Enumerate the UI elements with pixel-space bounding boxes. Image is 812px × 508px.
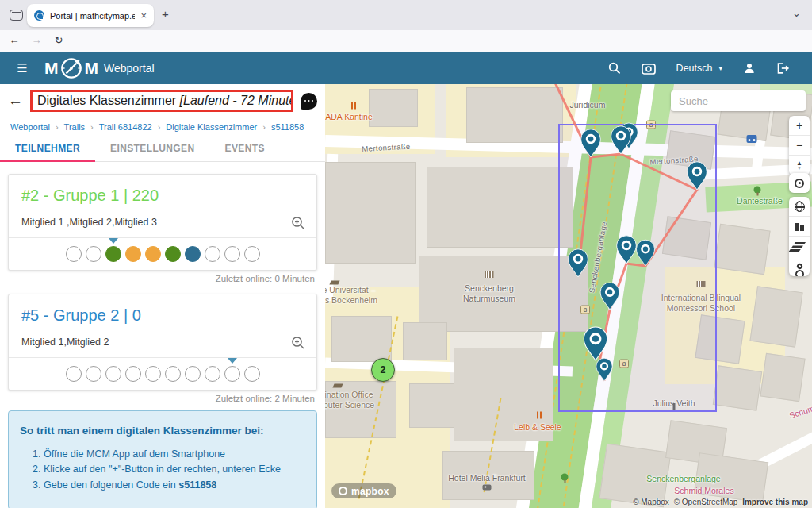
- buildings-button[interactable]: [789, 217, 810, 237]
- back-button[interactable]: ←: [8, 92, 23, 110]
- active-slot-pointer: [228, 358, 237, 364]
- group-members: Mitglied 1,Mitglied 2: [21, 337, 304, 348]
- attr-osm[interactable]: © OpenStreetMap: [674, 498, 738, 506]
- chat-bubble-icon[interactable]: [301, 93, 317, 110]
- instructions-heading: So tritt man einem digitalen Klassenzimm…: [20, 425, 305, 437]
- last-online-status: Zuletzt online: 0 Minuten: [8, 271, 317, 285]
- new-tab-button[interactable]: +: [162, 7, 169, 21]
- globe-button[interactable]: [789, 197, 810, 217]
- browser-toolbar: ← → ↻ ā ◎ https://mathcitymap.eu/de/port…: [0, 30, 812, 52]
- mapbox-logo-icon: [339, 487, 347, 495]
- member-slot: [244, 366, 260, 382]
- member-slot: [205, 246, 220, 262]
- link-button[interactable]: [789, 256, 810, 276]
- member-slot: [165, 246, 181, 262]
- member-slots: [9, 357, 316, 390]
- browser-tab-bar: Portal | mathcitymap.eu × + ⌄: [0, 0, 812, 30]
- zoom-in-button[interactable]: +: [789, 116, 810, 136]
- attr-improve-link[interactable]: Improve this map: [742, 498, 808, 506]
- language-selector[interactable]: Deutsch ▾: [676, 63, 722, 74]
- member-slot: [145, 366, 161, 382]
- group-title: #5 - Gruppe 2 | 0: [21, 306, 304, 325]
- member-slot: [66, 366, 82, 382]
- instruction-step: Klicke auf den "+"-Button in der rechten…: [44, 462, 305, 477]
- map-search-input[interactable]: [671, 90, 806, 111]
- map-control-group: +−▲▼: [789, 116, 810, 175]
- search-icon[interactable]: [608, 62, 621, 75]
- layers-icon: [793, 242, 805, 244]
- breadcrumb-webportal[interactable]: Webportal: [10, 122, 50, 132]
- member-slot: [185, 366, 201, 382]
- tab-teilnehmer[interactable]: TEILNEHMER: [0, 136, 95, 161]
- instruction-step: Öffne die MCM App auf dem Smartphone: [44, 447, 305, 462]
- breadcrumb-separator: ›: [56, 122, 59, 132]
- group-card[interactable]: #2 - Gruppe 1 | 220 Mitglied 1 ,Mitglied…: [8, 174, 317, 271]
- globe-icon: [795, 202, 805, 212]
- zoom-in-details-icon[interactable]: [291, 216, 305, 233]
- map-overlay: [325, 84, 812, 508]
- user-icon[interactable]: [743, 62, 756, 75]
- chevron-down-icon: ▾: [718, 64, 722, 72]
- buildings-icon: [795, 222, 805, 231]
- session-panel: ← Digitales Klassenzimmer [Laufend - 72 …: [0, 84, 325, 508]
- tab-events[interactable]: EVENTS: [210, 136, 280, 161]
- site-favicon-icon: [34, 10, 44, 21]
- active-slot-pointer: [109, 238, 118, 244]
- reload-icon[interactable]: ↻: [51, 34, 67, 46]
- back-nav-icon[interactable]: ←: [6, 34, 22, 46]
- mcm-logo[interactable]: M M Webportal: [44, 56, 155, 80]
- browser-tab-title: Portal | mathcitymap.eu: [50, 11, 135, 21]
- browser-window: Portal | mathcitymap.eu × + ⌄ ← → ↻ ā ◎ …: [0, 0, 812, 508]
- group-card[interactable]: #5 - Gruppe 2 | 0 Mitglied 1,Mitglied 2: [8, 294, 317, 391]
- group-members: Mitglied 1 ,Mitglied 2,Mitglied 3: [21, 217, 304, 228]
- breadcrumb-separator: ›: [158, 122, 161, 132]
- attr-mapbox[interactable]: © Mapbox: [633, 498, 669, 506]
- firefox-view-icon[interactable]: [10, 10, 23, 21]
- locate-button[interactable]: [789, 173, 810, 193]
- member-slot: [66, 246, 82, 262]
- map-control-group: [789, 197, 810, 276]
- mapbox-logo[interactable]: mapbox: [331, 483, 396, 498]
- member-slot: [125, 366, 141, 382]
- layers-button[interactable]: [789, 237, 810, 256]
- map-control-group: [789, 173, 810, 193]
- instruction-step: Gebe den folgenden Code ein s511858: [44, 478, 305, 493]
- camera-icon[interactable]: [642, 63, 656, 75]
- last-online-status: Zuletzt online: 2 Minuten: [8, 391, 317, 405]
- member-slot: [105, 246, 121, 262]
- join-instructions-box: So tritt man einem digitalen Klassenzimm…: [8, 410, 317, 508]
- logout-icon[interactable]: [776, 62, 790, 75]
- map[interactable]: JuridicumADA KantineMertonstraßeMertonst…: [325, 84, 812, 508]
- app-header: ☰ M M Webportal Deutsch ▾: [0, 52, 812, 84]
- breadcrumb-separator: ›: [90, 122, 94, 132]
- tab-close-icon[interactable]: ×: [140, 10, 147, 21]
- breadcrumb: Webportal › Trails › Trail 6814822 › Dig…: [0, 117, 325, 136]
- member-slot: [105, 366, 121, 382]
- member-slot: [185, 246, 201, 262]
- member-slot: [165, 366, 181, 382]
- member-slots: [9, 237, 316, 270]
- forward-nav-icon[interactable]: →: [29, 34, 44, 46]
- group-position-marker[interactable]: 2: [371, 358, 395, 382]
- breadcrumb-trails[interactable]: Trails: [64, 122, 85, 132]
- group-title: #2 - Gruppe 1 | 220: [21, 187, 304, 205]
- tab-einstellungen[interactable]: EINSTELLUNGEN: [95, 136, 210, 161]
- locate-icon: [795, 179, 804, 188]
- hamburger-menu-icon[interactable]: ☰: [0, 61, 44, 75]
- member-slot: [224, 246, 240, 262]
- map-attribution: © Mapbox © OpenStreetMap Improve this ma…: [633, 498, 808, 506]
- breadcrumb-klassenzimmer[interactable]: Digitale Klassenzimmer: [166, 122, 257, 132]
- member-slot: [244, 246, 260, 262]
- breadcrumb-trail-id[interactable]: Trail 6814822: [99, 122, 152, 132]
- session-code: s511858: [178, 479, 216, 491]
- zoom-in-details-icon[interactable]: [291, 336, 305, 353]
- member-slot: [224, 366, 240, 382]
- member-slot: [125, 246, 141, 262]
- session-title-highlighted: Digitales Klassenzimmer [Laufend - 72 Mi…: [30, 90, 293, 112]
- browser-tab[interactable]: Portal | mathcitymap.eu ×: [27, 4, 154, 27]
- breadcrumb-session[interactable]: s511858: [271, 122, 304, 132]
- tab-list-chevron-icon[interactable]: ⌄: [792, 7, 801, 19]
- zoom-out-button[interactable]: −: [789, 136, 810, 156]
- member-slot: [86, 366, 102, 382]
- member-slot: [86, 246, 102, 262]
